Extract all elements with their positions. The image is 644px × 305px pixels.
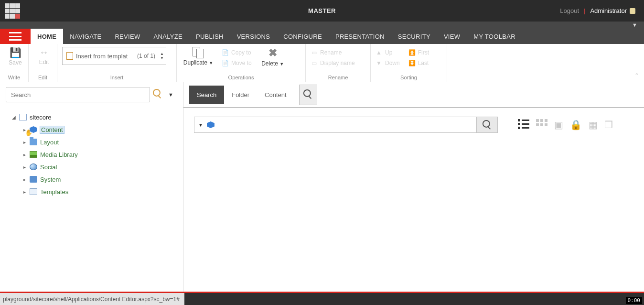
display-name-button[interactable]: ▭Display name bbox=[311, 58, 365, 68]
tab-home[interactable]: HOME bbox=[31, 29, 63, 44]
insert-template-box[interactable]: Insert from templat (1 of 1) ▲▼ bbox=[62, 47, 166, 65]
ribbon-group-write: 💾 Save Write bbox=[0, 44, 29, 82]
group-label-operations: Operations bbox=[177, 75, 305, 80]
ribbon-group-sorting: ▲Up ▼Down ⏫First ⏬Last Sorting bbox=[371, 44, 447, 82]
avatar-icon bbox=[630, 8, 635, 14]
status-url: playground/sitecore/shell/Applications/C… bbox=[0, 293, 184, 305]
tree-search-input[interactable] bbox=[6, 87, 150, 102]
chevron-down-icon[interactable]: ▼ bbox=[632, 22, 637, 28]
duplicate-label: Duplicate bbox=[183, 59, 207, 66]
ribbon-group-operations: Duplicate ▼ 📄Copy to 📄Move to ✖ Delete ▼… bbox=[177, 44, 306, 82]
tree-node-templates[interactable]: ▸ Templates bbox=[22, 185, 179, 198]
save-label: Save bbox=[9, 59, 21, 66]
group-label-write: Write bbox=[0, 75, 28, 80]
list-view-icon[interactable] bbox=[518, 119, 529, 131]
expand-icon[interactable]: ▸ bbox=[22, 189, 27, 195]
tree-node-media-library[interactable]: ▸ Media Library bbox=[22, 148, 179, 161]
content-tab-search-icon[interactable] bbox=[299, 85, 317, 105]
move-icon: 📄 bbox=[222, 60, 228, 66]
tab-security[interactable]: SECURITY bbox=[391, 29, 437, 44]
insert-spinner[interactable]: ▲▼ bbox=[160, 52, 164, 60]
last-button[interactable]: ⏬Last bbox=[408, 58, 429, 68]
logout-link[interactable]: Logout bbox=[560, 7, 579, 14]
insert-count: (1 of 1) bbox=[137, 53, 155, 59]
edit-label: Edit bbox=[39, 59, 49, 65]
hamburger-button[interactable] bbox=[0, 29, 31, 44]
tab-configure[interactable]: CONFIGURE bbox=[277, 29, 329, 44]
search-filter-input[interactable] bbox=[218, 117, 472, 132]
copy-to-button[interactable]: 📄Copy to bbox=[222, 48, 252, 57]
filter-dropdown-icon[interactable]: ▼ bbox=[198, 122, 203, 128]
display-name-icon: ▭ bbox=[311, 60, 317, 66]
tab-navigate[interactable]: NAVIGATE bbox=[63, 29, 108, 44]
tree-node-layout[interactable]: ▸ Layout bbox=[22, 136, 179, 148]
expand-icon[interactable]: ▸ bbox=[22, 164, 27, 170]
expand-icon[interactable]: ▸ bbox=[22, 152, 27, 157]
globe-icon bbox=[30, 163, 37, 170]
topbar: MASTER Logout | Administrator bbox=[0, 0, 644, 22]
grid-view-icon[interactable] bbox=[536, 119, 547, 131]
down-button[interactable]: ▼Down bbox=[376, 58, 400, 68]
tree-label: Media Library bbox=[40, 151, 78, 158]
main-panel: Search Folder Content ▼ ▣ bbox=[183, 82, 644, 292]
first-icon: ⏫ bbox=[408, 49, 415, 56]
database-title: MASTER bbox=[308, 7, 336, 14]
expand-icon[interactable]: ▸ bbox=[22, 140, 27, 145]
cube-icon bbox=[207, 121, 215, 128]
tree-node-content[interactable]: ▸ Content ✋ bbox=[22, 123, 179, 136]
tab-publish[interactable]: PUBLISH bbox=[189, 29, 230, 44]
tab-versions[interactable]: VERSIONS bbox=[230, 29, 277, 44]
share-icon: ↔ bbox=[39, 47, 49, 58]
duplicate-button[interactable]: Duplicate ▼ bbox=[182, 47, 215, 66]
move-to-label: Move to bbox=[231, 60, 252, 66]
search-go-button[interactable] bbox=[477, 117, 498, 133]
up-button[interactable]: ▲Up bbox=[376, 48, 400, 57]
tree-search-row: ▼ bbox=[0, 82, 183, 107]
tree-node-sitecore[interactable]: ◢ sitecore bbox=[11, 111, 179, 123]
ribbon-group-insert: Insert from templat (1 of 1) ▲▼ Insert bbox=[57, 44, 177, 82]
move-to-button[interactable]: 📄Move to bbox=[222, 58, 252, 68]
ribbon-group-edit: ↔ Edit Edit bbox=[29, 44, 57, 82]
content-tab-content[interactable]: Content bbox=[257, 86, 294, 104]
search-filter-input-wrap: ▼ bbox=[194, 117, 477, 133]
tab-view[interactable]: VIEW bbox=[437, 29, 467, 44]
delete-button[interactable]: ✖ Delete ▼ bbox=[258, 47, 287, 67]
tab-presentation[interactable]: PRESENTATION bbox=[329, 29, 391, 44]
edit-button[interactable]: ↔ Edit bbox=[33, 47, 54, 65]
delete-label: Delete bbox=[261, 60, 278, 67]
lock-icon[interactable]: 🔒 bbox=[570, 119, 582, 131]
app-logo[interactable] bbox=[5, 3, 20, 19]
stack-icon[interactable]: ❐ bbox=[604, 119, 613, 131]
ribbon-group-rename: ▭Rename ▭Display name Rename bbox=[306, 44, 371, 82]
search-dropdown-icon[interactable]: ▼ bbox=[168, 92, 173, 98]
expand-icon[interactable]: ▸ bbox=[22, 177, 27, 182]
save-button[interactable]: 💾 Save bbox=[5, 47, 26, 66]
caret-down-icon: ▼ bbox=[279, 62, 284, 66]
content-tab-folder[interactable]: Folder bbox=[224, 86, 257, 104]
tree-node-social[interactable]: ▸ Social bbox=[22, 161, 179, 173]
calendar-icon[interactable]: ▦ bbox=[589, 119, 598, 131]
first-label: First bbox=[418, 49, 429, 56]
collapse-icon[interactable]: ◢ bbox=[11, 115, 16, 120]
caret-down-icon: ▼ bbox=[160, 56, 164, 60]
rename-button[interactable]: ▭Rename bbox=[311, 48, 365, 57]
last-icon: ⏬ bbox=[408, 60, 415, 66]
group-label-sorting: Sorting bbox=[371, 75, 447, 80]
separator: | bbox=[584, 7, 585, 14]
tab-analyze[interactable]: ANALYZE bbox=[147, 29, 189, 44]
tree-node-system[interactable]: ▸ System bbox=[22, 173, 179, 185]
current-user[interactable]: Administrator bbox=[590, 7, 635, 14]
search-icon[interactable] bbox=[154, 88, 161, 101]
content-tab-search[interactable]: Search bbox=[189, 86, 224, 104]
nav-tabs: HOME NAVIGATE REVIEW ANALYZE PUBLISH VER… bbox=[0, 29, 644, 44]
tab-review[interactable]: REVIEW bbox=[108, 29, 147, 44]
first-button[interactable]: ⏫First bbox=[408, 48, 429, 57]
ribbon-expand-icon[interactable]: ⌃ bbox=[634, 72, 639, 79]
down-label: Down bbox=[385, 60, 400, 66]
image-view-icon[interactable]: ▣ bbox=[554, 119, 563, 131]
document-icon bbox=[66, 52, 73, 60]
tree-label: Social bbox=[40, 163, 57, 171]
down-icon: ▼ bbox=[376, 60, 382, 66]
content-tree: ◢ sitecore ▸ Content ✋ ▸ Layout bbox=[0, 107, 183, 202]
tab-my-toolbar[interactable]: MY TOOLBAR bbox=[467, 29, 522, 44]
